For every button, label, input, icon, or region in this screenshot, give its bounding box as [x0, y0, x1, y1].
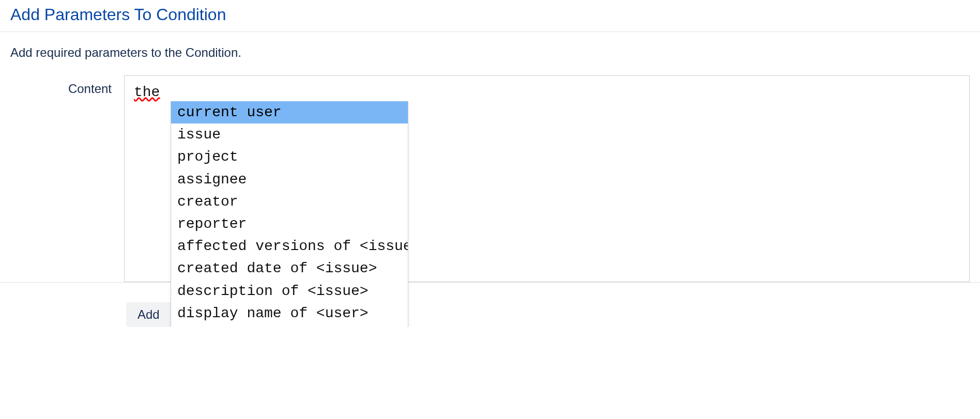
autocomplete-popup: current userissueprojectassigneecreatorr… — [171, 101, 408, 327]
autocomplete-item[interactable]: display name of <user> — [171, 302, 408, 324]
autocomplete-item[interactable]: project — [171, 146, 408, 168]
autocomplete-item[interactable]: current user — [171, 101, 408, 123]
content-row: Content the current userissueprojectassi… — [0, 75, 980, 282]
page-title: Add Parameters To Condition — [0, 0, 980, 32]
content-wrapper: the current userissueprojectassigneecrea… — [124, 75, 970, 282]
autocomplete-item[interactable]: description of <issue> — [171, 280, 408, 302]
autocomplete-item[interactable]: reporter — [171, 213, 408, 235]
autocomplete-item[interactable]: issue — [171, 123, 408, 146]
autocomplete-item[interactable]: assignee — [171, 168, 408, 191]
page-description: Add required parameters to the Condition… — [0, 32, 980, 75]
content-text-value: the — [134, 84, 160, 100]
autocomplete-item[interactable]: created date of <issue> — [171, 257, 408, 280]
autocomplete-item[interactable]: due date of <issue> — [171, 324, 408, 327]
add-button[interactable]: Add — [126, 302, 171, 327]
autocomplete-item[interactable]: affected versions of <issue> — [171, 235, 408, 257]
content-label: Content — [10, 75, 124, 96]
autocomplete-item[interactable]: creator — [171, 191, 408, 213]
button-row: Add — [0, 283, 980, 327]
